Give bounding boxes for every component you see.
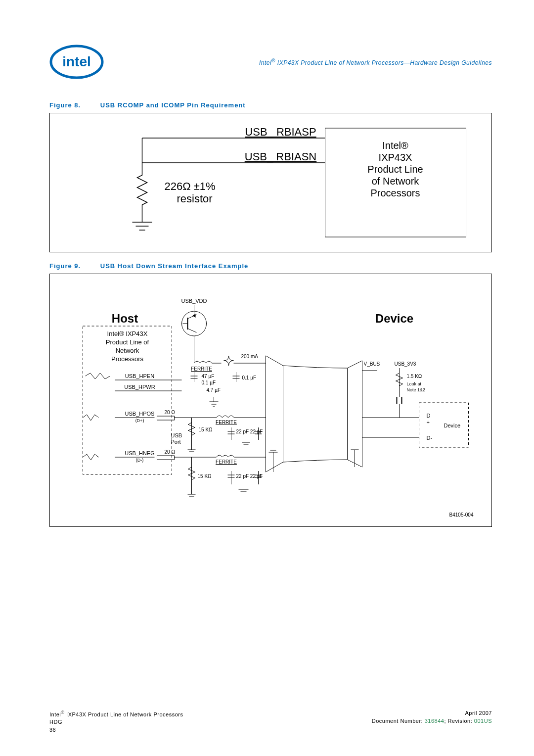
- svg-marker-31: [193, 314, 196, 318]
- svg-text:Product Line of: Product Line of: [106, 338, 149, 346]
- svg-text:Network: Network: [116, 347, 139, 354]
- svg-text:Product Line: Product Line: [367, 164, 423, 175]
- chip-text: Intel®: [382, 140, 408, 151]
- svg-text:(D+): (D+): [135, 418, 144, 423]
- svg-text:Host: Host: [112, 312, 138, 325]
- svg-text:USB_VDD: USB_VDD: [181, 298, 207, 304]
- svg-text:IXP43X: IXP43X: [379, 152, 412, 163]
- figure8-diagram: Intel® IXP43X Product Line of Network Pr…: [49, 113, 492, 252]
- svg-text:Note 1&2: Note 1&2: [407, 387, 426, 392]
- svg-text:Processors: Processors: [370, 188, 420, 198]
- figure9-caption: Figure 9. USB Host Down Stream Interface…: [49, 262, 492, 270]
- svg-text:USB_HPOS: USB_HPOS: [125, 411, 155, 417]
- svg-text:Port: Port: [171, 439, 181, 445]
- svg-text:USB: USB: [171, 432, 182, 438]
- svg-text:resistor: resistor: [177, 192, 213, 205]
- svg-text:15 KΩ: 15 KΩ: [199, 427, 213, 432]
- intel-logo: intel: [49, 45, 104, 79]
- svg-text:B4105-004: B4105-004: [449, 512, 474, 518]
- svg-text:FERRITE: FERRITE: [216, 420, 237, 425]
- svg-text:USB_HNEG: USB_HNEG: [125, 450, 155, 456]
- svg-text:(D-): (D-): [136, 458, 144, 463]
- svg-text:D: D: [427, 413, 431, 419]
- header-title: Intel® IXP43X Product Line of Network Pr…: [119, 58, 492, 66]
- svg-text:200 mA: 200 mA: [241, 354, 259, 359]
- svg-text:Intel® IXP43X: Intel® IXP43X: [107, 330, 148, 337]
- svg-text:USB_ RBIASP: USB_ RBIASP: [245, 126, 316, 138]
- svg-text:0.1 µF: 0.1 µF: [202, 380, 216, 385]
- svg-text:intel: intel: [62, 54, 91, 69]
- svg-point-100: [286, 364, 345, 463]
- svg-text:20 Ω: 20 Ω: [165, 449, 176, 455]
- svg-text:D-: D-: [427, 435, 433, 441]
- page-footer: Intel® IXP43X Product Line of Network Pr…: [49, 709, 492, 734]
- svg-text:USB_HPWR: USB_HPWR: [124, 384, 155, 390]
- figure9-diagram: Host Device Intel® IXP43X Product Line o…: [49, 274, 492, 527]
- svg-text:47 µF: 47 µF: [202, 374, 215, 379]
- svg-text:of Network: of Network: [372, 176, 420, 187]
- svg-text:Device: Device: [375, 312, 413, 325]
- svg-text:226Ω  ±1%: 226Ω ±1%: [165, 180, 216, 192]
- svg-text:Processors: Processors: [111, 355, 144, 363]
- svg-text:0.1 µF: 0.1 µF: [242, 375, 257, 380]
- page-header: intel Intel® IXP43X Product Line of Netw…: [49, 45, 492, 79]
- svg-marker-99: [266, 356, 283, 472]
- svg-text:15 KΩ: 15 KΩ: [198, 473, 212, 479]
- svg-text:USB_HPEN: USB_HPEN: [125, 373, 154, 379]
- svg-text:Device: Device: [444, 423, 461, 428]
- svg-text:1.5 KΩ: 1.5 KΩ: [407, 374, 422, 379]
- svg-text:FERRITE: FERRITE: [216, 459, 237, 465]
- svg-text:FERRITE: FERRITE: [191, 366, 212, 372]
- svg-text:USB_3V3: USB_3V3: [395, 361, 416, 367]
- svg-text:22 pF  22 pF: 22 pF 22 pF: [236, 473, 263, 479]
- svg-text:20 Ω: 20 Ω: [165, 410, 176, 415]
- svg-text:4.7 µF: 4.7 µF: [207, 387, 221, 393]
- svg-text:Look at: Look at: [407, 381, 422, 386]
- svg-text:USB_ RBIASN: USB_ RBIASN: [245, 150, 317, 163]
- figure8-caption: Figure 8. USB RCOMP and ICOMP Pin Requir…: [49, 101, 492, 109]
- svg-text:V_BUS: V_BUS: [364, 361, 380, 367]
- svg-line-30: [188, 329, 197, 332]
- svg-text:+: +: [427, 419, 430, 425]
